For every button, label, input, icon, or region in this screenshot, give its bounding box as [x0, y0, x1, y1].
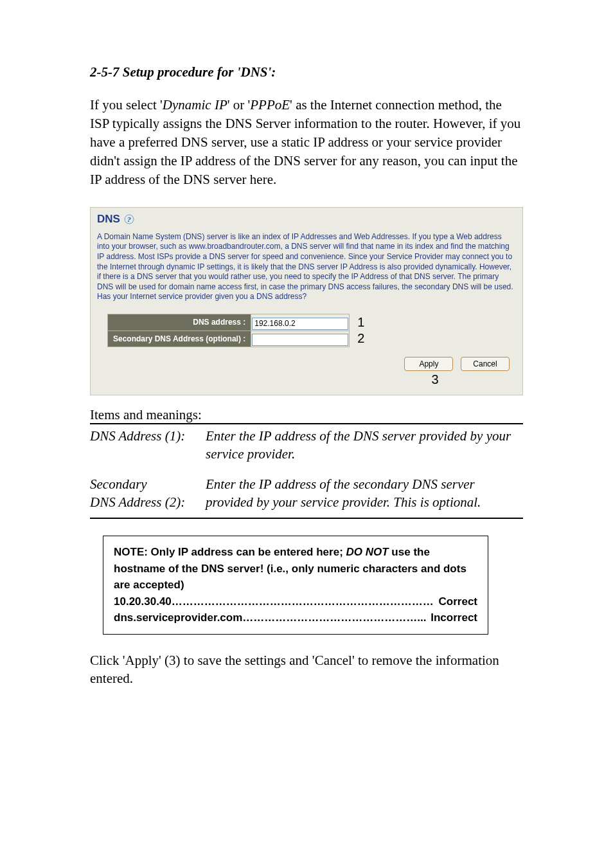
def-term-secondary-dns: Secondary DNS Address (2):: [90, 475, 206, 512]
note-example-incorrect: dns.serviceprovider.com ……………………………………………: [114, 610, 477, 626]
callout-3: 3: [354, 372, 516, 387]
secondary-dns-label: Secondary DNS Address (optional) :: [108, 330, 251, 347]
closing-paragraph: Click 'Apply' (3) to save the settings a…: [90, 651, 523, 688]
apply-button[interactable]: Apply: [404, 357, 453, 371]
callout-1: 1: [357, 315, 364, 329]
dns-address-label: DNS address :: [108, 314, 251, 331]
panel-description: A Domain Name System (DNS) server is lik…: [97, 232, 516, 302]
note-box: NOTE: Only IP address can be entered her…: [103, 536, 488, 635]
cancel-button[interactable]: Cancel: [461, 357, 510, 371]
dns-form-table: DNS address : 1 Secondary DNS Address (o…: [107, 314, 366, 347]
note-lead: NOTE: Only IP address can be entered her…: [114, 544, 477, 593]
dns-address-input[interactable]: [252, 318, 348, 330]
items-heading: Items and meanings:: [90, 407, 523, 424]
callout-2: 2: [357, 331, 364, 345]
def-term-dns-address: DNS Address (1):: [90, 427, 206, 464]
def-desc-dns-address: Enter the IP address of the DNS server p…: [206, 427, 523, 464]
secondary-dns-input[interactable]: [252, 334, 348, 346]
note-example-correct: 10.20.30.40 ……………………………………………………………… Cor…: [114, 593, 477, 610]
intro-paragraph: If you select 'Dynamic IP' or 'PPPoE' as…: [90, 96, 523, 189]
def-desc-secondary-dns: Enter the IP address of the secondary DN…: [206, 475, 523, 512]
section-title: 2-5-7 Setup procedure for 'DNS':: [90, 64, 523, 80]
svg-text:?: ?: [127, 215, 131, 223]
help-icon[interactable]: ?: [124, 214, 134, 224]
definitions-block: DNS Address (1): Enter the IP address of…: [90, 424, 523, 519]
panel-title-text: DNS: [97, 213, 120, 226]
table-row: Secondary DNS Address (optional) : 2: [108, 330, 366, 347]
dns-config-panel: DNS ? A Domain Name System (DNS) server …: [90, 207, 523, 395]
table-row: DNS address : 1: [108, 314, 366, 331]
